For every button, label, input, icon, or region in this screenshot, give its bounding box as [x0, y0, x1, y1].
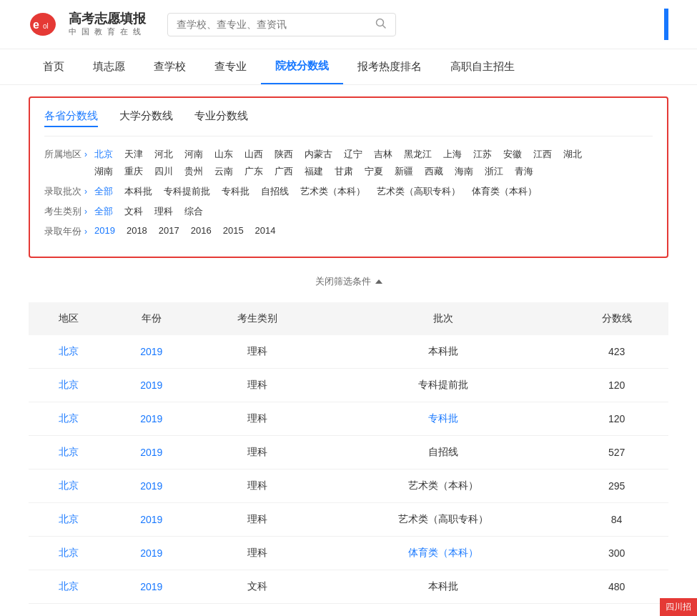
- batch-zhuanke-advance[interactable]: 专科提前批: [164, 185, 210, 198]
- nav-item-vocational[interactable]: 高职自主招生: [436, 50, 529, 84]
- nav-item-school[interactable]: 查学校: [139, 50, 200, 84]
- region-hubei[interactable]: 湖北: [563, 148, 582, 161]
- cell-type: 理科: [194, 537, 322, 570]
- region-xinjiang[interactable]: 新疆: [395, 165, 413, 178]
- region-hunan[interactable]: 湖南: [94, 165, 113, 178]
- region-fujian[interactable]: 福建: [305, 165, 323, 178]
- nav-item-ranking[interactable]: 报考热度排名: [343, 50, 436, 84]
- table-row: 北京 2019 理科 艺术类（高职专科） 84: [29, 503, 668, 537]
- region-hebei[interactable]: 河北: [154, 148, 173, 161]
- table-row: 北京 2019 理科 艺术类（本科） 295: [29, 470, 668, 503]
- batch-sports-benke[interactable]: 体育类（本科）: [472, 185, 537, 198]
- cell-type: 理科: [194, 436, 322, 470]
- filter-options-type: 全部 文科 理科 综合: [94, 205, 203, 218]
- region-tianjin[interactable]: 天津: [124, 148, 143, 161]
- region-jiangxi[interactable]: 江西: [533, 148, 552, 161]
- year-2016[interactable]: 2016: [191, 225, 212, 236]
- cell-score: 120: [565, 402, 668, 436]
- region-guangxi[interactable]: 广西: [275, 165, 293, 178]
- nav-item-home[interactable]: 首页: [29, 50, 79, 84]
- cell-region: 北京: [29, 369, 109, 402]
- search-icon[interactable]: [375, 18, 387, 31]
- cell-region: 北京: [29, 503, 109, 537]
- table-row: 北京 2019 理科 专科提前批 120: [29, 369, 668, 402]
- region-zhejiang[interactable]: 浙江: [485, 165, 503, 178]
- cell-type: 理科: [194, 402, 322, 436]
- filter-options-region-row1: 北京 天津 河北 河南 山东 山西 陕西 内蒙古 辽宁 吉林 黑龙江 上海 江苏…: [94, 148, 653, 161]
- col-year: 年份: [109, 302, 194, 335]
- type-all[interactable]: 全部: [94, 205, 113, 218]
- region-shandong[interactable]: 山东: [214, 148, 233, 161]
- cell-score: 295: [565, 470, 668, 503]
- filter-label-type: 考生类别 ›: [44, 205, 94, 218]
- year-2018[interactable]: 2018: [127, 225, 147, 236]
- results-table: 地区 年份 考生类别 批次 分数线 北京 2019 理科 本科批 423 北京 …: [29, 302, 668, 604]
- region-gansu[interactable]: 甘肃: [335, 165, 353, 178]
- region-guizhou[interactable]: 贵州: [184, 165, 203, 178]
- cell-region: 北京: [29, 335, 109, 369]
- results-table-wrap: 地区 年份 考生类别 批次 分数线 北京 2019 理科 本科批 423 北京 …: [29, 302, 668, 604]
- type-like[interactable]: 理科: [154, 205, 173, 218]
- year-2015[interactable]: 2015: [223, 225, 244, 236]
- cell-region: 北京: [29, 537, 109, 570]
- type-zonghe[interactable]: 综合: [184, 205, 203, 218]
- region-beijing[interactable]: 北京: [94, 148, 113, 161]
- batch-benke[interactable]: 本科批: [124, 185, 152, 198]
- cell-year: 2019: [109, 503, 194, 537]
- region-anhui[interactable]: 安徽: [503, 148, 522, 161]
- region-yunnan[interactable]: 云南: [214, 165, 233, 178]
- region-henan[interactable]: 河南: [184, 148, 203, 161]
- filter-tab-university[interactable]: 大学分数线: [119, 109, 173, 127]
- table-row: 北京 2019 理科 自招线 527: [29, 436, 668, 470]
- batch-zizhaoxian[interactable]: 自招线: [261, 185, 289, 198]
- cell-year: 2019: [109, 570, 194, 604]
- region-shanxi[interactable]: 山西: [244, 148, 263, 161]
- region-heilongjiang[interactable]: 黑龙江: [404, 148, 432, 161]
- search-bar[interactable]: [167, 13, 396, 36]
- region-ningxia[interactable]: 宁夏: [365, 165, 383, 178]
- region-xizang[interactable]: 西藏: [425, 165, 443, 178]
- year-2017[interactable]: 2017: [159, 225, 179, 236]
- filter-label-year: 录取年份 ›: [44, 225, 94, 238]
- filter-row-year: 录取年份 › 2019 2018 2017 2016 2015 2014: [44, 225, 653, 238]
- filter-options-region-row2: 湖南 重庆 四川 贵州 云南 广东 广西 福建 甘肃 宁夏 新疆 西藏 海南 浙…: [94, 165, 653, 178]
- filter-tab-major[interactable]: 专业分数线: [194, 109, 248, 127]
- year-2014[interactable]: 2014: [255, 225, 276, 236]
- filter-label-batch: 录取批次 ›: [44, 185, 94, 198]
- filter-tab-province[interactable]: 各省分数线: [44, 109, 98, 127]
- search-input[interactable]: [177, 19, 375, 30]
- nav-item-scores[interactable]: 院校分数线: [261, 49, 343, 84]
- filter-arrow-batch: ›: [84, 187, 87, 197]
- nav-item-fill[interactable]: 填志愿: [79, 50, 139, 84]
- main-nav: 首页 填志愿 查学校 查专业 院校分数线 报考热度排名 高职自主招生: [0, 49, 697, 85]
- region-qinghai[interactable]: 青海: [515, 165, 533, 178]
- region-neimenggu[interactable]: 内蒙古: [305, 148, 332, 161]
- batch-arts-benke[interactable]: 艺术类（本科）: [300, 185, 365, 198]
- collapse-icon: [375, 279, 382, 284]
- region-shanghai[interactable]: 上海: [443, 148, 462, 161]
- region-shaanxi[interactable]: 陕西: [275, 148, 293, 161]
- close-filter-button[interactable]: 关闭筛选条件: [29, 269, 668, 294]
- cell-type: 理科: [194, 503, 322, 537]
- cell-type: 理科: [194, 470, 322, 503]
- cell-score: 480: [565, 570, 668, 604]
- region-jilin[interactable]: 吉林: [374, 148, 392, 161]
- region-hainan[interactable]: 海南: [455, 165, 473, 178]
- type-wenke[interactable]: 文科: [124, 205, 143, 218]
- batch-zhuanke[interactable]: 专科批: [222, 185, 249, 198]
- batch-arts-gaozhi[interactable]: 艺术类（高职专科）: [377, 185, 460, 198]
- col-region: 地区: [29, 302, 109, 335]
- filter-box: 各省分数线 大学分数线 专业分数线 所属地区 › 北京 天津 河北 河南 山东 …: [29, 96, 668, 258]
- region-guangdong[interactable]: 广东: [244, 165, 263, 178]
- cell-region: 北京: [29, 436, 109, 470]
- region-liaoning[interactable]: 辽宁: [344, 148, 362, 161]
- filter-arrow-year: ›: [84, 227, 87, 237]
- nav-item-major[interactable]: 查专业: [200, 50, 261, 84]
- year-2019[interactable]: 2019: [94, 225, 115, 236]
- region-jiangsu[interactable]: 江苏: [473, 148, 492, 161]
- region-chongqing[interactable]: 重庆: [124, 165, 143, 178]
- filter-options-region: 北京 天津 河北 河南 山东 山西 陕西 内蒙古 辽宁 吉林 黑龙江 上海 江苏…: [94, 148, 653, 178]
- region-sichuan[interactable]: 四川: [154, 165, 173, 178]
- batch-all[interactable]: 全部: [94, 185, 113, 198]
- col-type: 考生类别: [194, 302, 322, 335]
